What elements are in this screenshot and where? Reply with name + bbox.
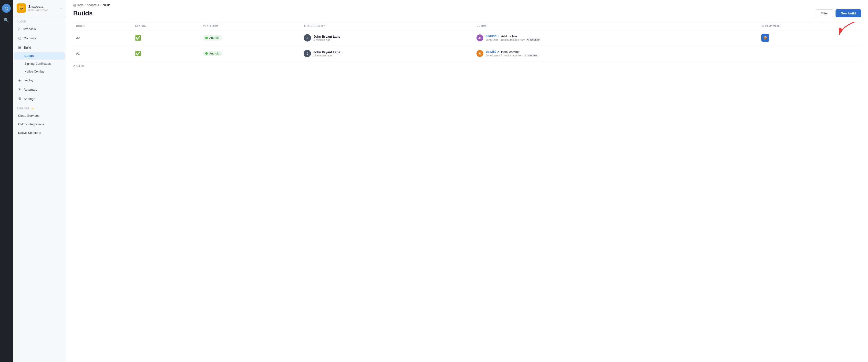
sidebar-deploy-label: Deploy bbox=[24, 79, 33, 82]
triggered-time-1: 5 minutes ago bbox=[313, 38, 340, 41]
table-header: BUILD STATUS PLATFORM TRIGGERED BY COMMI… bbox=[73, 22, 861, 30]
sidebar-app-sub: Ionic • a41075c0 bbox=[28, 8, 57, 11]
builds-table: BUILD STATUS PLATFORM TRIGGERED BY COMMI… bbox=[73, 22, 861, 61]
sidebar-explore-label: EXPLORE ✨ bbox=[13, 103, 66, 111]
build-number-2[interactable]: #1 bbox=[73, 46, 132, 61]
page-title: Builds bbox=[73, 9, 93, 17]
sidebar-app-info: Snapcats Ionic • a41075c0 bbox=[28, 5, 57, 11]
build-commit-1: JL 97d3dd ↗ Add mobile bbox=[473, 30, 758, 46]
build-commit-2: JL ded250 ↗ Initial commit bbox=[473, 46, 758, 61]
sidebar-item-cloud-services[interactable]: Cloud Services bbox=[14, 112, 65, 120]
table-row: #1 ✅ Android J bbox=[73, 46, 861, 61]
triggered-time-2: 18 minutes ago bbox=[313, 54, 340, 57]
breadcrumb-ionic[interactable]: ionic bbox=[78, 3, 84, 7]
triggered-avatar-1: J bbox=[304, 34, 311, 41]
sidebar-item-settings[interactable]: ⚙ Settings bbox=[14, 94, 65, 103]
platform-label-1: Android bbox=[209, 36, 219, 39]
build-deployment-1: 📦 bbox=[758, 30, 861, 46]
page-header: Builds Filter New build bbox=[66, 7, 868, 22]
external-link-icon-2: ↗ bbox=[497, 51, 499, 53]
table-row: #2 ✅ Android J bbox=[73, 30, 861, 46]
native-solutions-label: Native Solutions bbox=[18, 131, 41, 134]
builds-count: 2 builds bbox=[73, 61, 861, 68]
commit-avatar-1: JL bbox=[476, 34, 483, 41]
sidebar-chevron-icon: ⌄ bbox=[60, 6, 62, 10]
col-platform: PLATFORM bbox=[200, 22, 301, 30]
sidebar-item-native-solutions[interactable]: Native Solutions bbox=[14, 129, 65, 137]
commit-title-1: Add mobile bbox=[501, 34, 517, 38]
breadcrumb-icon: ▦ bbox=[73, 3, 76, 7]
overview-icon: ⌂ bbox=[18, 27, 20, 31]
sidebar-automate-label: Automate bbox=[24, 88, 37, 91]
commit-hash-link-1[interactable]: 97d3dd bbox=[486, 34, 496, 38]
build-triggered-2: J John Bryant Lane 18 minutes ago bbox=[301, 46, 473, 61]
sidebar-item-native-configs[interactable]: Native Configs bbox=[14, 68, 65, 75]
sidebar: 🐱 Snapcats Ionic • a41075c0 ⌄ CLOUD ⌂ Ov… bbox=[13, 0, 66, 362]
triggered-name-1: John Bryant Lane bbox=[313, 35, 340, 38]
commit-hash-link-2[interactable]: ded250 bbox=[486, 50, 496, 54]
sidebar-item-ci-cd[interactable]: CI/CD Integrations bbox=[14, 120, 65, 128]
deployment-icon-1[interactable]: 📦 bbox=[761, 34, 769, 42]
build-number-1[interactable]: #2 bbox=[73, 30, 132, 46]
android-dot-2 bbox=[205, 52, 208, 55]
commit-branch-2: ⌥ master bbox=[524, 54, 539, 57]
ci-cd-label: CI/CD Integrations bbox=[18, 122, 44, 126]
search-icon[interactable]: 🔍 bbox=[4, 18, 9, 23]
sidebar-app-name: Snapcats bbox=[28, 5, 57, 8]
triggered-avatar-2: J bbox=[304, 50, 311, 57]
commit-meta-1: John Lane · 10 minutes ago from ⌥ master bbox=[486, 38, 540, 41]
commit-title-2: Initial commit bbox=[501, 50, 520, 54]
build-platform-1: Android bbox=[200, 30, 301, 46]
build-platform-2: Android bbox=[200, 46, 301, 61]
sidebar-item-build[interactable]: ▣ Build bbox=[14, 43, 65, 52]
main-content: ▦ ionic / snapcats / builds Builds Filte… bbox=[66, 0, 868, 362]
status-success-icon-1: ✅ bbox=[135, 35, 141, 40]
platform-badge-2: Android bbox=[203, 51, 222, 56]
sidebar-item-overview[interactable]: ⌂ Overview bbox=[14, 25, 65, 33]
col-commit: COMMIT bbox=[473, 22, 758, 30]
android-dot-1 bbox=[205, 37, 208, 39]
col-build: BUILD bbox=[73, 22, 132, 30]
new-build-button[interactable]: New build bbox=[836, 9, 861, 17]
sidebar-item-signing-certificates[interactable]: Signing Certificates bbox=[14, 60, 65, 67]
breadcrumb: ▦ ionic / snapcats / builds bbox=[66, 0, 868, 7]
commit-avatar-2: JL bbox=[476, 50, 483, 57]
build-triggered-1: J John Bryant Lane 5 minutes ago bbox=[301, 30, 473, 46]
sidebar-overview-label: Overview bbox=[23, 27, 36, 31]
sidebar-signing-label: Signing Certificates bbox=[24, 62, 51, 65]
sidebar-app-icon: 🐱 bbox=[17, 3, 26, 13]
status-success-icon-2: ✅ bbox=[135, 51, 141, 56]
col-triggered-by: TRIGGERED BY bbox=[301, 22, 473, 30]
col-deployment: DEPLOYMENT bbox=[758, 22, 861, 30]
breadcrumb-current: builds bbox=[102, 3, 110, 7]
app-logo-icon: ◎ bbox=[2, 4, 11, 13]
sidebar-native-configs-label: Native Configs bbox=[24, 70, 44, 73]
sidebar-item-builds[interactable]: Builds bbox=[14, 52, 65, 60]
sidebar-item-deploy[interactable]: ◈ Deploy bbox=[14, 76, 65, 85]
builds-table-wrapper: BUILD STATUS PLATFORM TRIGGERED BY COMMI… bbox=[66, 22, 868, 362]
icon-rail: ◎ 🔍 bbox=[0, 0, 13, 362]
cloud-services-label: Cloud Services bbox=[18, 114, 39, 118]
breadcrumb-sep-2: / bbox=[100, 3, 101, 7]
triggered-name-2: John Bryant Lane bbox=[313, 50, 340, 54]
deploy-icon: ◈ bbox=[18, 78, 21, 82]
build-deployment-2 bbox=[758, 46, 861, 61]
sidebar-app-header[interactable]: 🐱 Snapcats Ionic • a41075c0 ⌄ bbox=[13, 0, 66, 17]
automate-icon: ✦ bbox=[18, 87, 21, 92]
col-status: STATUS bbox=[132, 22, 200, 30]
sidebar-build-label: Build bbox=[24, 46, 31, 49]
commit-meta-2: John Lane · 6 months ago from ⌥ master bbox=[486, 54, 538, 57]
explore-sparkle-icon: ✨ bbox=[31, 107, 34, 110]
breadcrumb-snapcats[interactable]: snapcats bbox=[87, 3, 99, 7]
commit-branch-1: ⌥ master bbox=[526, 38, 541, 41]
filter-button[interactable]: Filter bbox=[816, 9, 833, 17]
build-icon: ▣ bbox=[18, 45, 22, 50]
sidebar-builds-label: Builds bbox=[24, 54, 34, 58]
settings-icon: ⚙ bbox=[18, 96, 21, 101]
header-actions: Filter New build bbox=[816, 9, 861, 17]
sidebar-commits-label: Commits bbox=[24, 36, 36, 40]
sidebar-item-commits[interactable]: ◎ Commits bbox=[14, 34, 65, 42]
sidebar-item-automate[interactable]: ✦ Automate bbox=[14, 85, 65, 94]
breadcrumb-sep-1: / bbox=[85, 3, 86, 7]
build-status-2: ✅ bbox=[132, 46, 200, 61]
